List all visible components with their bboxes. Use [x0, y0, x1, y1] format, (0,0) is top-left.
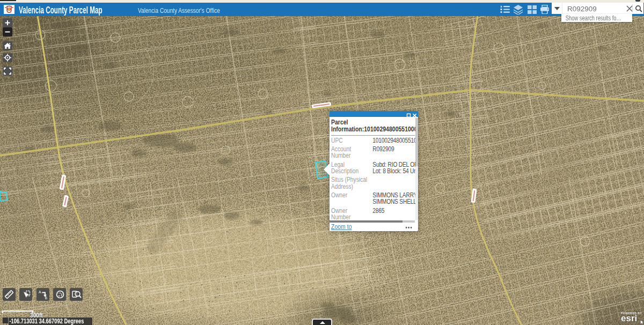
- svg-text:A: A: [39, 290, 41, 294]
